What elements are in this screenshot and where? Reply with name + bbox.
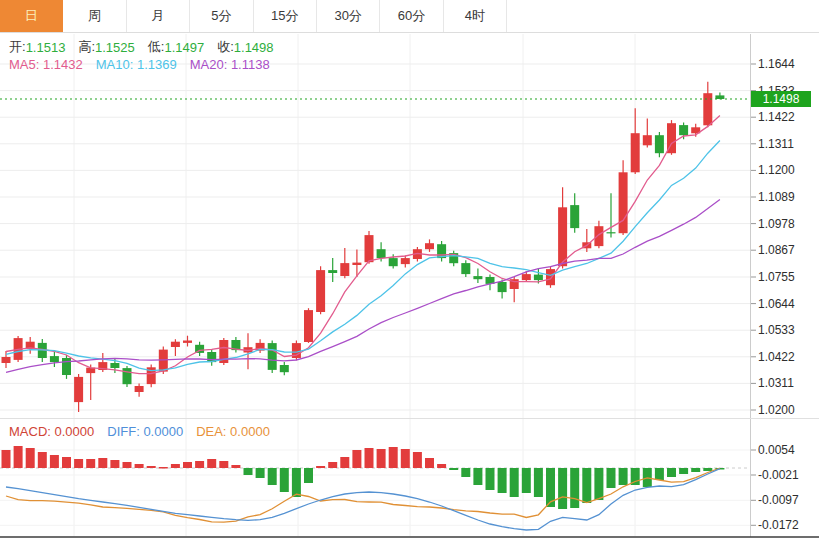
indicator-label: DEA: [196, 424, 230, 439]
macd-axis-label: -0.0172 [758, 518, 799, 532]
current-price-badge: 1.1498 [751, 91, 811, 107]
forex-candlestick-chart-widget: 日周月5分15分30分60分4时 开:1.1513高:1.1525低:1.149… [0, 0, 819, 545]
indicator-label: MA20: [190, 57, 231, 72]
chart-canvas[interactable] [0, 0, 819, 545]
ohlc-row-item: 低:1.1497 [148, 38, 204, 56]
ohlc-row-item: 高:1.1525 [78, 38, 134, 56]
price-axis-label: 1.0200 [758, 403, 795, 417]
indicator-value: 1.1498 [234, 40, 274, 55]
macd-readout-row: MACD: 0.0000DIFF: 0.0000DEA: 0.0000 [9, 423, 270, 439]
macd-row-item: DEA: 0.0000 [196, 424, 270, 439]
ma-row-item: MA20: 1.1138 [190, 57, 270, 72]
indicator-label: MA10: [96, 57, 137, 72]
indicator-label: 收: [217, 38, 234, 56]
indicator-value: 1.1525 [95, 40, 135, 55]
ma20-line [6, 199, 720, 372]
price-axis-label: 1.0978 [758, 217, 795, 231]
indicator-value: 1.1369 [137, 57, 177, 72]
price-axis-label: 1.0533 [758, 323, 795, 337]
ma-readout-row: MA5: 1.1432MA10: 1.1369MA20: 1.1138 [9, 56, 270, 72]
indicator-label: MA5: [9, 57, 43, 72]
price-axis-label: 1.0755 [758, 270, 795, 284]
ma5-line [6, 116, 720, 374]
indicator-value: 1.1497 [164, 40, 204, 55]
price-axis-label: 1.1200 [758, 163, 795, 177]
indicator-value: 0.0000 [55, 424, 95, 439]
price-axis-label: 1.1311 [758, 137, 794, 151]
indicator-value: 0.0000 [230, 424, 270, 439]
price-axis-label: 1.1089 [758, 190, 795, 204]
price-axis-label: 1.1644 [758, 57, 795, 71]
indicator-value: 1.1513 [26, 40, 66, 55]
indicator-label: MACD: [9, 424, 55, 439]
price-axis-label: 1.0311 [758, 376, 794, 390]
indicator-label: DIFF: [107, 424, 143, 439]
macd-axis-label: 0.0054 [758, 443, 795, 457]
macd-histogram-layer [2, 446, 725, 509]
macd-axis-label: -0.0021 [758, 468, 799, 482]
macd-row-item: DIFF: 0.0000 [107, 424, 183, 439]
ma-row-item: MA5: 1.1432 [9, 57, 83, 72]
ma-row-item: MA10: 1.1369 [96, 57, 177, 72]
indicator-value: 0.0000 [143, 424, 183, 439]
indicator-value: 1.1138 [231, 57, 270, 72]
price-axis-label: 1.0867 [758, 243, 795, 257]
candles-layer [2, 82, 725, 412]
ma10-line [6, 141, 720, 371]
indicator-label: 高: [78, 38, 95, 56]
ohlc-row-item: 开:1.1513 [9, 38, 65, 56]
price-axis-label: 1.0644 [758, 297, 795, 311]
ohlc-readout-row: 开:1.1513高:1.1525低:1.1497收:1.1498 [9, 39, 274, 55]
ohlc-row-item: 收:1.1498 [217, 38, 273, 56]
price-axis-label: 1.0422 [758, 350, 795, 364]
indicator-label: 开: [9, 38, 26, 56]
macd-axis-label: -0.0097 [758, 493, 799, 507]
macd-row-item: MACD: 0.0000 [9, 424, 94, 439]
price-axis-label: 1.1422 [758, 110, 795, 124]
indicator-label: 低: [148, 38, 165, 56]
indicator-value: 1.1432 [43, 57, 83, 72]
